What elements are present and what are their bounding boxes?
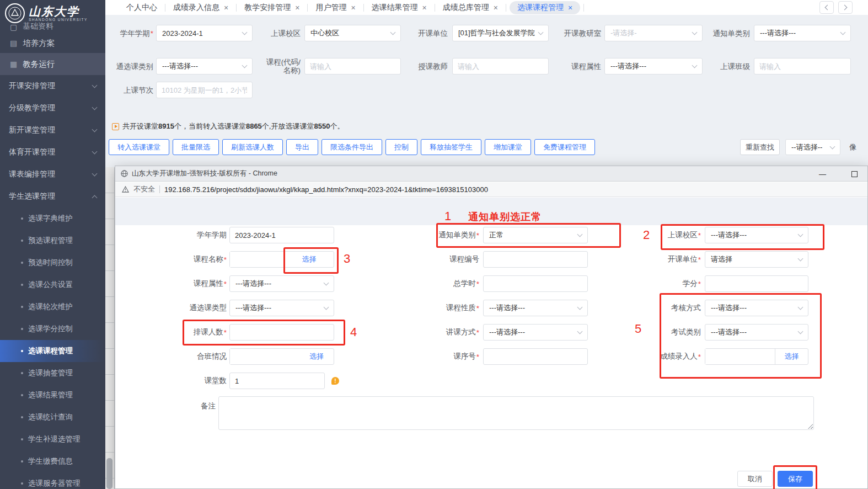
merge-class-choose-link[interactable]: 选择 <box>299 349 334 364</box>
field-assess-label: 考核方式 <box>640 300 701 316</box>
filter-course-input[interactable] <box>304 58 401 75</box>
sidebar-item-result-management[interactable]: 选课结果管理 <box>0 384 105 406</box>
credit-input[interactable] <box>705 275 808 292</box>
grade-entry-choose-link[interactable]: 选择 <box>775 349 808 364</box>
sidebar-item-round-maintenance[interactable]: 选课轮次维护 <box>0 296 105 318</box>
open-classes-count: 8550 <box>314 122 330 130</box>
total-hours-input[interactable] <box>483 275 588 292</box>
batch-limit-button[interactable]: 批量限选 <box>173 139 219 155</box>
course-nature-select[interactable]: ---请选择--- <box>483 300 588 316</box>
field-course-nature-label: 课程性质* <box>419 300 479 316</box>
filter-general-select[interactable]: ---请选择--- <box>156 58 253 75</box>
close-icon[interactable]: × <box>422 4 427 12</box>
popup-title-bar[interactable]: 山东大学开课增加-强智科技-版权所有 - Chrome — <box>115 166 867 182</box>
tab-personal-center[interactable]: 个人中心 <box>119 0 165 15</box>
filter-class-input[interactable] <box>754 58 851 75</box>
sidebar-item-public-settings[interactable]: 选课公共设置 <box>0 274 105 296</box>
filter-attr-label: 课程属性 <box>568 58 601 75</box>
sidebar-item-preselect-time[interactable]: 预选时间控制 <box>0 252 105 274</box>
course-no-input[interactable] <box>483 251 588 268</box>
filter-period-input[interactable] <box>156 82 253 98</box>
url-separator <box>159 185 160 193</box>
tab-scroll-right-button[interactable] <box>838 1 853 14</box>
semester-input[interactable] <box>229 227 334 243</box>
tab-course-management-active[interactable]: 选课课程管理× <box>510 1 580 14</box>
sidebar-item-academic-operation[interactable]: ▦ 教务运行 <box>0 53 105 75</box>
save-button[interactable]: 保存 <box>778 471 813 487</box>
general-type-select[interactable]: ---请选择--- <box>229 300 334 316</box>
chevron-left-icon <box>825 5 831 10</box>
sidebar-group-new-class[interactable]: 新开课堂管理 <box>0 119 105 141</box>
tab-grade-entry-info[interactable]: 成绩录入信息× <box>165 0 236 15</box>
maximize-icon[interactable] <box>851 171 858 177</box>
doc-icon: ▢ <box>10 23 17 31</box>
popup-dept-select[interactable]: 请选择 <box>705 251 808 268</box>
sidebar-group-timetable[interactable]: 课表编排管理 <box>0 163 105 185</box>
filter-course-label: 课程(代码/名称) <box>259 54 301 79</box>
sidebar-item-training-plan[interactable]: ▤ 培养方案 <box>0 32 105 54</box>
limit-condition-export-button[interactable]: 限选条件导出 <box>322 139 382 155</box>
control-button[interactable]: 控制 <box>385 139 417 155</box>
class-count-input[interactable] <box>229 373 325 389</box>
add-class-button[interactable]: 增加课堂 <box>485 139 531 155</box>
tab-grade-repository[interactable]: 成绩总库管理× <box>435 0 506 15</box>
close-icon[interactable]: × <box>295 4 299 12</box>
sidebar-group-course-offering[interactable]: 开课安排管理 <box>0 75 105 97</box>
cancel-button[interactable]: 取消 <box>737 471 773 487</box>
close-icon[interactable]: × <box>224 4 228 12</box>
sidebar-group-graded-teaching[interactable]: 分级教学管理 <box>0 97 105 119</box>
free-course-management-button[interactable]: 免费课程管理 <box>534 139 595 155</box>
sidebar-item-basic-data[interactable]: ▢ 基础资料 <box>0 20 105 31</box>
sidebar-item-credit-control[interactable]: 选课学分控制 <box>0 318 105 340</box>
assess-select[interactable]: ---请选择--- <box>705 300 808 316</box>
chevron-down-icon <box>798 329 803 334</box>
transfer-selection-class-button[interactable]: 转入选课课堂 <box>109 139 169 155</box>
export-button[interactable]: 导出 <box>286 139 318 155</box>
filter-teacher-input[interactable] <box>452 58 549 75</box>
tab-teaching-arrangement[interactable]: 教学安排管理× <box>237 0 307 15</box>
sidebar-item-add-drop-management[interactable]: 学生补退选管理 <box>0 428 105 450</box>
filter-notice-select[interactable]: ---请选择--- <box>754 25 851 41</box>
seq-no-input[interactable] <box>483 348 588 365</box>
toolbar-select[interactable]: --请选择-- <box>785 139 840 155</box>
course-name-input[interactable] <box>230 252 284 267</box>
chevron-down-icon <box>92 127 98 132</box>
close-icon[interactable]: × <box>351 4 355 12</box>
release-lottery-students-button[interactable]: 释放抽签学生 <box>421 139 481 155</box>
filter-campus-select[interactable]: 中心校区 <box>304 25 401 41</box>
course-attr-select[interactable]: ---请选择--- <box>229 275 334 292</box>
popup-campus-select[interactable]: ---请选择--- <box>705 227 808 243</box>
sidebar-item-statistics-query[interactable]: 选课统计查询 <box>0 406 105 428</box>
sidebar-item-payment-info[interactable]: 学生缴费信息 <box>0 450 105 472</box>
chevron-down-icon <box>324 280 329 286</box>
teach-mode-select[interactable]: ---请选择--- <box>483 324 588 341</box>
close-icon[interactable]: × <box>568 4 572 12</box>
research-button[interactable]: 重新查找 <box>740 139 780 155</box>
tab-user-management[interactable]: 用户管理× <box>308 0 363 15</box>
tab-selection-result[interactable]: 选课结果管理× <box>364 0 435 15</box>
notice-type-select[interactable]: 正常 <box>483 227 588 243</box>
minimize-icon[interactable]: — <box>819 170 826 178</box>
filter-dept-select[interactable]: [01]哲学与社会发展学院 <box>452 25 549 41</box>
sidebar-item-lottery-management[interactable]: 选课抽签管理 <box>0 362 105 384</box>
popup-url-bar[interactable]: 不安全 192.168.75.216/project/sddx/jiaowu/x… <box>115 182 867 197</box>
sidebar-group-student-course-selection[interactable]: 学生选课管理 <box>0 185 105 208</box>
tab-scroll-left-button[interactable] <box>819 1 834 14</box>
course-name-choose-link[interactable]: 选择 <box>284 252 334 267</box>
class-size-input[interactable] <box>229 324 334 341</box>
grade-entry-input[interactable] <box>705 349 775 364</box>
remark-textarea[interactable] <box>218 396 814 430</box>
filter-attr-select[interactable]: ---请选择--- <box>604 58 703 75</box>
exam-type-select[interactable]: ---请选择--- <box>705 324 808 341</box>
filter-xnxq-select[interactable]: 2023-2024-1 <box>156 25 253 41</box>
close-icon[interactable]: × <box>494 4 498 12</box>
filter-staffroom-select[interactable]: -请选择- <box>604 25 703 41</box>
sidebar-item-course-management-active[interactable]: 选课课程管理 <box>0 340 105 362</box>
scrollbar-thumb[interactable] <box>106 458 112 489</box>
refresh-enrollment-button[interactable]: 刷新选课人数 <box>222 139 283 155</box>
sidebar-item-preselect-course[interactable]: 预选课程管理 <box>0 230 105 252</box>
sidebar-item-dict-maintenance[interactable]: 选课字典维护 <box>0 208 105 230</box>
sidebar-item-server-management[interactable]: 选课服务器管理 <box>0 472 105 489</box>
sidebar-group-pe-offering[interactable]: 体育开课管理 <box>0 141 105 163</box>
merge-class-input[interactable] <box>230 349 299 364</box>
